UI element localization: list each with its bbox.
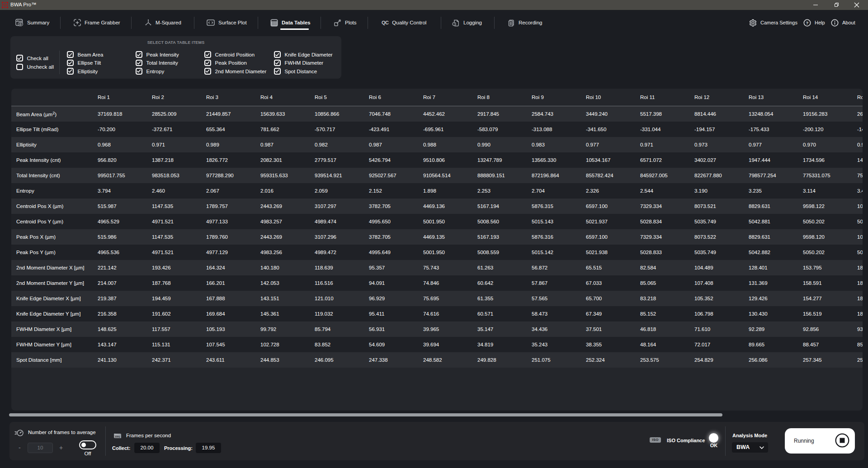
svg-text:FPS: FPS (115, 435, 120, 438)
svg-text:?: ? (806, 20, 809, 25)
